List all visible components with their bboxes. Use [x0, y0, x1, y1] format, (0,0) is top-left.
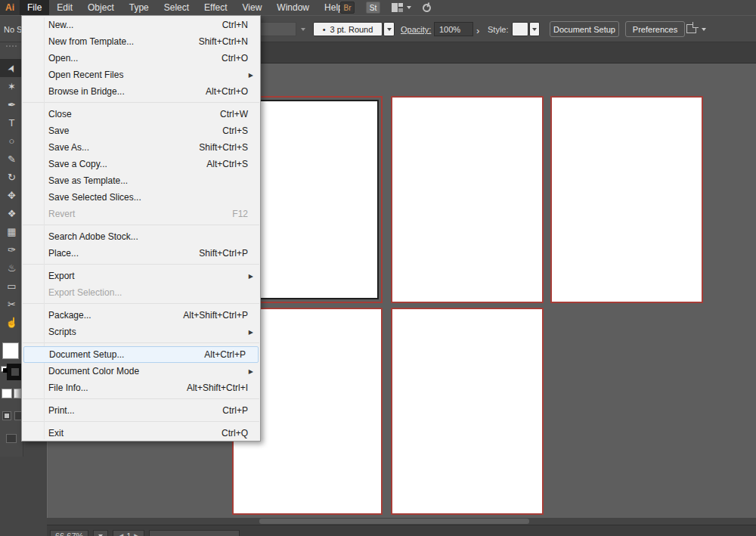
touch-workspace-icon[interactable]	[422, 2, 432, 13]
menu-item-search-adobe-stock[interactable]: Search Adobe Stock...	[22, 228, 260, 245]
menu-effect[interactable]: Effect	[197, 0, 234, 15]
menu-type[interactable]: Type	[122, 0, 156, 15]
shape-builder-icon: ❖	[8, 208, 17, 219]
panel-grip[interactable]	[6, 45, 17, 51]
mesh-tool[interactable]: ▦	[0, 222, 23, 240]
symbol-sprayer-tool[interactable]: ♨	[0, 259, 23, 277]
zoom-level-field[interactable]: 66.67%	[50, 530, 88, 536]
type-tool[interactable]: T	[0, 113, 23, 132]
style-swatch[interactable]	[512, 22, 528, 36]
menu-view[interactable]: View	[235, 0, 270, 15]
zoom-dropdown-button[interactable]	[93, 530, 108, 536]
artboard-nav[interactable]: ◀ 1 ▶	[113, 530, 144, 536]
menu-item-close[interactable]: Close Ctrl+W	[22, 106, 260, 122]
menu-separator	[23, 225, 259, 225]
workspace-layout-icon	[392, 3, 403, 12]
hand-tool[interactable]: ☝	[0, 313, 23, 331]
slice-icon: ✂	[8, 299, 16, 310]
menu-separator	[23, 398, 259, 399]
menu-item-save[interactable]: Save Ctrl+S	[22, 122, 260, 139]
menu-item-new-from-template[interactable]: New from Template... Shift+Ctrl+N	[22, 33, 260, 50]
menu-item-document-color-mode[interactable]: Document Color Mode ▶	[22, 363, 260, 380]
menu-object[interactable]: Object	[80, 0, 122, 15]
artboard-3[interactable]	[550, 96, 703, 303]
artboard-tool-icon: ▭	[7, 280, 16, 292]
next-artboard-icon[interactable]: ▶	[134, 532, 139, 536]
artboard-5[interactable]	[391, 308, 544, 515]
menu-item-save-selected-slices[interactable]: Save Selected Slices...	[22, 189, 260, 206]
horizontal-scrollbar[interactable]	[47, 518, 756, 525]
preferences-button[interactable]: Preferences	[625, 21, 685, 37]
artboard-2[interactable]	[391, 96, 544, 303]
magic-wand-tool[interactable]: ✶	[0, 77, 23, 95]
pen-tool[interactable]: ✒	[0, 95, 23, 113]
menu-item-exit[interactable]: Exit Ctrl+Q	[22, 425, 260, 442]
menu-item-save-as-template[interactable]: Save as Template...	[22, 172, 260, 189]
ellipse-tool[interactable]: ○	[0, 132, 23, 150]
eyedropper-tool[interactable]: ✑	[0, 240, 23, 259]
menu-separator	[23, 102, 259, 103]
workspace-switcher[interactable]	[392, 3, 411, 12]
color-mode-button[interactable]	[2, 389, 12, 398]
document-setup-button[interactable]: Document Setup	[550, 21, 619, 37]
menu-item-open[interactable]: Open... Ctrl+O	[22, 50, 260, 67]
draw-normal-mode-button[interactable]	[2, 411, 11, 420]
menu-edit[interactable]: Edit	[49, 0, 80, 15]
menu-item-file-info[interactable]: File Info... Alt+Shift+Ctrl+I	[22, 380, 260, 396]
menu-window[interactable]: Window	[269, 0, 317, 15]
screen-mode-button[interactable]	[6, 434, 17, 443]
brush-preview-dot: •	[323, 25, 326, 34]
rotate-tool[interactable]: ↻	[0, 168, 23, 186]
menu-item-save-as[interactable]: Save As... Shift+Ctrl+S	[22, 139, 260, 156]
shortcut: Alt+Ctrl+S	[206, 159, 248, 169]
artboard-tool[interactable]: ▭	[0, 277, 23, 295]
paintbrush-icon: ✎	[8, 153, 16, 165]
stock-button[interactable]: St	[366, 2, 380, 14]
slice-tool[interactable]: ✂	[0, 295, 23, 313]
rotate-icon: ↻	[8, 172, 16, 183]
default-fill-stroke-icon[interactable]	[1, 366, 8, 373]
shortcut: Shift+Ctrl+S	[199, 142, 248, 153]
menu-item-scripts[interactable]: Scripts ▶	[22, 324, 260, 340]
fill-color-swatch[interactable]	[2, 342, 19, 359]
menu-item-package[interactable]: Package... Alt+Shift+Ctrl+P	[22, 307, 260, 324]
menu-item-save-a-copy[interactable]: Save a Copy... Alt+Ctrl+S	[22, 156, 260, 172]
shortcut: Ctrl+O	[222, 53, 248, 64]
stroke-chevron-icon[interactable]	[301, 28, 305, 31]
menu-file[interactable]: File	[20, 0, 49, 15]
symbol-sprayer-icon: ♨	[8, 262, 17, 274]
tools-panel: ➤ ✶ ✒ T ○ ✎ ↻ ✥ ❖ ▦ ✑ ♨ ▭ ✂ ☝	[0, 42, 23, 457]
shortcut: Alt+Ctrl+O	[206, 86, 248, 97]
opacity-field[interactable]: 100%	[434, 22, 473, 36]
brush-dropdown-button[interactable]	[383, 22, 395, 36]
selection-tool[interactable]: ➤	[0, 59, 23, 77]
file-menu: New... Ctrl+N New from Template... Shift…	[21, 15, 261, 442]
paintbrush-tool[interactable]: ✎	[0, 150, 23, 168]
shape-builder-tool[interactable]: ❖	[0, 204, 23, 222]
menu-item-new[interactable]: New... Ctrl+N	[22, 17, 260, 33]
chevron-down-icon	[532, 28, 537, 31]
opacity-label[interactable]: Opacity:	[401, 25, 431, 34]
brush-definition-dropdown[interactable]: • 3 pt. Round	[313, 22, 383, 36]
scrollbar-thumb[interactable]	[259, 519, 528, 524]
menu-separator	[23, 264, 259, 265]
shortcut: Ctrl+P	[222, 405, 248, 416]
menu-item-place[interactable]: Place... Shift+Ctrl+P	[22, 245, 260, 262]
menu-item-browse-in-bridge[interactable]: Browse in Bridge... Alt+Ctrl+O	[22, 83, 260, 100]
free-transform-tool[interactable]: ✥	[0, 186, 23, 204]
status-display-field[interactable]	[149, 530, 240, 536]
style-dropdown-button[interactable]	[529, 22, 540, 36]
select-similar-options-icon[interactable]	[686, 24, 696, 33]
bridge-button[interactable]: Br	[340, 2, 355, 14]
menu-item-document-setup[interactable]: Document Setup... Alt+Ctrl+P	[23, 346, 259, 363]
opacity-stepper-icon[interactable]: ›	[476, 25, 479, 36]
hand-icon: ☝	[5, 317, 17, 328]
prev-artboard-icon[interactable]: ◀	[118, 532, 123, 536]
menu-item-export[interactable]: Export ▶	[22, 268, 260, 284]
menu-select[interactable]: Select	[156, 0, 197, 15]
chevron-down-icon[interactable]	[702, 28, 706, 31]
menu-item-print[interactable]: Print... Ctrl+P	[22, 402, 260, 419]
menu-item-open-recent-files[interactable]: Open Recent Files ▶	[22, 67, 260, 83]
pen-icon: ✒	[8, 99, 16, 110]
magic-wand-icon: ✶	[8, 81, 16, 92]
